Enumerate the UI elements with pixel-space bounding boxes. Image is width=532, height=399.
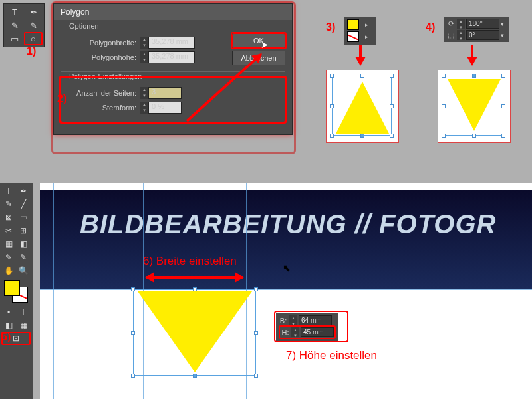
- sides-spinner[interactable]: ▲▼ 3: [140, 87, 182, 99]
- zoom-tool-icon[interactable]: 🔍: [16, 264, 31, 277]
- step-5-label: 5): [1, 331, 11, 343]
- guide-h: [40, 289, 532, 290]
- guide-v: [53, 183, 54, 399]
- format-icon[interactable]: ◧: [1, 319, 16, 332]
- star-spinner[interactable]: ▲▼ 0 %: [140, 102, 182, 114]
- triangle-up-preview: [326, 70, 399, 143]
- type-tool-icon[interactable]: T: [1, 184, 16, 198]
- rotation-panel: ⟳ ▲▼ ▾ ⬚ ▲▼ ▾: [444, 17, 509, 42]
- rect-tool-icon[interactable]: ▭: [16, 211, 31, 224]
- step-6-label: 6) Breite einstellen: [143, 255, 237, 268]
- pencil-icon[interactable]: ✎: [1, 198, 16, 211]
- guide-v: [466, 183, 466, 399]
- poly-width-input[interactable]: 35,278 mm: [148, 37, 195, 49]
- rect-frame-icon[interactable]: ⊠: [1, 211, 16, 224]
- settings-fieldset: Polygon-Einstellungen Anzahl der Seiten:…: [61, 77, 285, 122]
- banner-text: BILDBEARBEITUNG // FOTOGR: [80, 209, 496, 239]
- options-legend: Optionen: [66, 22, 102, 30]
- dropdown-icon[interactable]: ▾: [501, 32, 507, 39]
- dim-panel-highlight: [274, 311, 348, 342]
- apply-text-icon[interactable]: T: [16, 305, 31, 319]
- ok-button[interactable]: OK ➤: [232, 33, 285, 48]
- pen-tool-icon[interactable]: ✒: [16, 184, 31, 198]
- arrow-down-3: [355, 57, 366, 66]
- rotation-input[interactable]: [466, 19, 499, 29]
- poly-height-spinner[interactable]: ▲▼ 35,278 mm: [140, 51, 195, 63]
- eyedropper-icon[interactable]: ✎: [16, 251, 31, 264]
- fill-stroke-swatch[interactable]: [3, 280, 30, 303]
- scissors-icon[interactable]: ✂: [1, 224, 16, 237]
- polygon-tool-icon[interactable]: ○: [24, 32, 43, 45]
- rotate-icon: ⟳: [446, 19, 456, 28]
- swatch-arrow-icon[interactable]: ▸: [360, 31, 372, 42]
- hand-tool-icon[interactable]: ✋: [1, 264, 16, 277]
- step-1-label: 1): [27, 45, 36, 57]
- swatch-arrow-icon[interactable]: ▸: [360, 19, 372, 30]
- step-3-label: 3): [326, 21, 335, 33]
- guide-v: [356, 183, 356, 399]
- cursor-icon: ➤: [261, 39, 269, 50]
- poly-height-input[interactable]: 35,278 mm: [148, 51, 195, 63]
- poly-width-label: Polygonbreite:: [66, 39, 136, 47]
- document-canvas[interactable]: BILDBEARBEITUNG // FOTOGR 6) Breite eins…: [40, 183, 532, 399]
- settings-legend: Polygon-Einstellungen: [66, 72, 144, 80]
- transform-icon[interactable]: ⊞: [16, 224, 31, 237]
- step-2-label: 2): [57, 93, 66, 105]
- main-canvas-area: T✒ ✎╱ ⊠▭ ✂⊞ ▦◧ ✎✎ ✋🔍 ▪T ◧▦ ⊡ 5) BILDBEAR…: [0, 183, 532, 399]
- yellow-triangle: [138, 291, 252, 372]
- type-tool-icon[interactable]: T: [5, 5, 24, 19]
- rectangle-tool-icon[interactable]: ▭: [5, 32, 24, 45]
- sides-input[interactable]: 3: [148, 87, 182, 99]
- note-icon[interactable]: ✎: [1, 251, 16, 264]
- arrow-down-4: [467, 57, 477, 66]
- poly-width-spinner[interactable]: ▲▼ 35,278 mm: [140, 37, 195, 49]
- fill-swatch-panel: ▸ ▸: [344, 17, 376, 45]
- step-4-label: 4): [426, 21, 435, 33]
- gradient2-icon[interactable]: ◧: [16, 237, 31, 251]
- format2-icon[interactable]: ▦: [16, 319, 31, 332]
- line-tool-icon[interactable]: ╱: [16, 198, 31, 211]
- star-input[interactable]: 0 %: [148, 102, 182, 114]
- poly-height-label: Polygonhöhe:: [66, 53, 136, 61]
- dialog-title: Polygon: [54, 4, 292, 20]
- dropdown-icon[interactable]: ▾: [501, 21, 507, 27]
- triangle-down-preview: [438, 70, 511, 143]
- star-label: Sternform:: [66, 104, 136, 112]
- cursor-icon: ⬉: [283, 263, 291, 273]
- width-arrow: [146, 276, 243, 279]
- top-mini-toolbar: T ✒ ✎ ✎ ▭ ○: [3, 3, 45, 47]
- gradient-icon[interactable]: ▦: [1, 237, 16, 251]
- banner-image: BILDBEARBEITUNG // FOTOGR: [40, 190, 532, 289]
- eyedropper-icon[interactable]: ✎: [5, 19, 24, 32]
- sides-label: Anzahl der Seiten:: [66, 89, 136, 97]
- step-7-label: 7) Höhe einstellen: [286, 349, 377, 362]
- fill-yellow-swatch[interactable]: [347, 19, 359, 30]
- selection-box[interactable]: [133, 289, 256, 376]
- pen-tool-icon[interactable]: ✒: [24, 5, 43, 19]
- apply-fill-icon[interactable]: ▪: [1, 305, 16, 319]
- polygon-dialog: Polygon Optionen Polygonbreite: ▲▼ 35,27…: [53, 3, 293, 135]
- side-toolbar: T✒ ✎╱ ⊠▭ ✂⊞ ▦◧ ✎✎ ✋🔍 ▪T ◧▦ ⊡: [0, 183, 33, 399]
- stroke-none-swatch[interactable]: [347, 31, 359, 42]
- pencil-icon[interactable]: ✎: [24, 19, 43, 32]
- shear-icon: ⬚: [446, 31, 456, 39]
- shear-input[interactable]: [466, 30, 499, 40]
